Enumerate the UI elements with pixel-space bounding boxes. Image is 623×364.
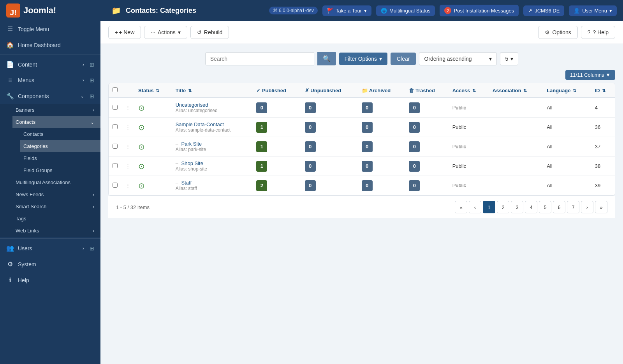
access-value: Public	[452, 144, 466, 149]
select-all-checkbox[interactable]	[113, 87, 118, 92]
status-icon[interactable]: ⊙	[138, 162, 145, 171]
question-icon: ?	[588, 29, 591, 35]
page-next-button[interactable]: ›	[581, 201, 593, 213]
sidebar-item-home-dashboard[interactable]: 🏠 Home Dashboard	[0, 37, 100, 53]
sidebar-item-fields[interactable]: Fields	[20, 152, 100, 164]
row-checkbox[interactable]	[113, 144, 118, 149]
ordering-select[interactable]: Ordering ascending ▾	[419, 52, 497, 65]
table-body: ⋮ ⊙ Uncategorised Alias: uncategorised 0…	[109, 98, 615, 195]
title-link[interactable]: Uncategorised	[176, 102, 208, 108]
jcms-button[interactable]: ↗ JCMS6 DE	[523, 5, 564, 16]
sidebar-item-toggle-menu[interactable]: ☰ Toggle Menu	[0, 21, 100, 37]
row-checkbox[interactable]	[113, 183, 118, 188]
table-wrapper: Status ⇅ Title ⇅ ✓ Published	[108, 83, 615, 196]
drag-handle[interactable]: ⋮	[125, 183, 130, 188]
sidebar-item-system[interactable]: ⚙ System	[0, 256, 100, 272]
page-5-button[interactable]: 5	[539, 201, 551, 213]
sidebar-item-multilingual[interactable]: Multilingual Associations	[12, 176, 100, 188]
take-tour-button[interactable]: 🚩 Take a Tour ▾	[322, 5, 371, 16]
multilingual-status-button[interactable]: 🌐 Multilingual Status	[376, 5, 435, 16]
sidebar-home-label: Home Dashboard	[18, 42, 94, 48]
drag-handle[interactable]: ⋮	[125, 124, 130, 130]
title-link[interactable]: Staff	[181, 180, 192, 186]
th-access[interactable]: Access ⇅	[449, 83, 489, 98]
count-select[interactable]: 5 ▾	[500, 52, 518, 65]
title-link[interactable]: Park Site	[181, 141, 202, 147]
status-icon[interactable]: ⊙	[138, 142, 145, 151]
unpublished-cell: 0	[301, 137, 358, 157]
id-value: 39	[595, 183, 600, 188]
search-button[interactable]: 🔍	[317, 52, 336, 65]
page-first-button[interactable]: «	[455, 201, 467, 213]
columns-button[interactable]: 11/11 Columns ▼	[565, 70, 615, 80]
drag-handle[interactable]: ⋮	[125, 105, 130, 111]
table-row: ⋮ ⊙ – Park Site Alias: park-site 1 0 0 0	[109, 137, 615, 157]
clear-button[interactable]: Clear	[391, 53, 416, 65]
id-value: 37	[595, 144, 600, 149]
status-icon[interactable]: ⊙	[138, 123, 145, 132]
page-4-button[interactable]: 4	[525, 201, 537, 213]
page-last-button[interactable]: »	[595, 201, 607, 213]
page-title: Contacts: Categories	[126, 7, 264, 15]
sidebar-item-users[interactable]: 👥 Users › ⊞	[0, 240, 100, 256]
actions-button[interactable]: ··· Actions ▾	[144, 26, 187, 39]
access-cell: Public	[449, 118, 489, 137]
status-icon[interactable]: ⊙	[138, 104, 145, 112]
drag-handle-cell: ⋮	[121, 137, 134, 157]
th-association[interactable]: Association ⇅	[489, 83, 543, 98]
columns-badge-container: 11/11 Columns ▼	[108, 70, 615, 80]
sidebar-item-components[interactable]: 🔧 Components ⌄ ⊞	[0, 88, 100, 104]
rebuild-button[interactable]: ↺ Rebuild	[190, 26, 229, 39]
status-icon[interactable]: ⊙	[138, 181, 145, 190]
page-prev-button[interactable]: ‹	[469, 201, 481, 213]
filter-options-button[interactable]: Filter Options ▾	[339, 53, 387, 65]
sidebar-item-contacts[interactable]: Contacts ⌄	[12, 116, 100, 128]
sidebar-item-banners[interactable]: Banners ›	[12, 104, 100, 116]
sidebar-item-tags[interactable]: Tags	[12, 213, 100, 225]
th-title[interactable]: Title ⇅	[172, 83, 253, 98]
title-link[interactable]: Shop Site	[181, 160, 203, 166]
notifications-button[interactable]: 2 Post Installation Messages	[440, 5, 519, 16]
th-archived[interactable]: 📁 Archived	[358, 83, 405, 98]
published-badge: 1	[256, 122, 267, 133]
options-button[interactable]: ⚙ Options	[538, 26, 577, 39]
sidebar-item-web-links[interactable]: Web Links ›	[12, 225, 100, 237]
page-1-button[interactable]: 1	[483, 201, 495, 213]
drag-handle[interactable]: ⋮	[125, 144, 130, 149]
sidebar-item-menus[interactable]: ≡ Menus › ⊞	[0, 72, 100, 88]
sidebar-item-content[interactable]: 📄 Content › ⊞	[0, 56, 100, 72]
search-input[interactable]	[205, 52, 314, 65]
help-button[interactable]: ? ? Help	[581, 26, 615, 39]
sidebar-item-categories[interactable]: Categories	[20, 140, 100, 152]
sidebar-item-help[interactable]: ℹ Help	[0, 272, 100, 288]
page-7-button[interactable]: 7	[567, 201, 579, 213]
th-trashed[interactable]: 🗑 Trashed	[405, 83, 448, 98]
chevron-right-icon: ›	[83, 246, 84, 251]
row-checkbox[interactable]	[113, 105, 118, 110]
row-checkbox-cell	[109, 157, 121, 176]
th-unpublished[interactable]: ✗ Unpublished	[301, 83, 358, 98]
page-2-button[interactable]: 2	[497, 201, 509, 213]
status-cell: ⊙	[134, 176, 172, 195]
drag-handle[interactable]: ⋮	[125, 163, 130, 169]
row-checkbox[interactable]	[113, 163, 118, 168]
alias-text: Alias: shop-site	[176, 166, 249, 172]
sidebar-item-contacts-sub[interactable]: Contacts	[20, 128, 100, 140]
th-id[interactable]: ID ⇅	[591, 83, 615, 98]
th-published[interactable]: ✓ Published	[252, 83, 301, 98]
title-link[interactable]: Sample Data-Contact	[176, 121, 224, 127]
id-cell: 36	[591, 118, 615, 137]
new-button[interactable]: + + New	[108, 26, 141, 39]
row-checkbox[interactable]	[113, 124, 118, 129]
sidebar-item-news-feeds[interactable]: News Feeds ›	[12, 188, 100, 200]
th-language[interactable]: Language ⇅	[543, 83, 591, 98]
access-cell: Public	[449, 176, 489, 195]
sort-icon: ⇅	[188, 88, 192, 93]
table-row: ⋮ ⊙ – Staff Alias: staff 2 0 0 0 Publi	[109, 176, 615, 195]
th-status[interactable]: Status ⇅	[134, 83, 172, 98]
page-3-button[interactable]: 3	[511, 201, 523, 213]
user-menu-button[interactable]: 👤 User Menu ▾	[569, 5, 617, 16]
sidebar-item-field-groups[interactable]: Field Groups	[20, 164, 100, 176]
sidebar-item-smart-search[interactable]: Smart Search ›	[12, 200, 100, 213]
page-6-button[interactable]: 6	[553, 201, 565, 213]
